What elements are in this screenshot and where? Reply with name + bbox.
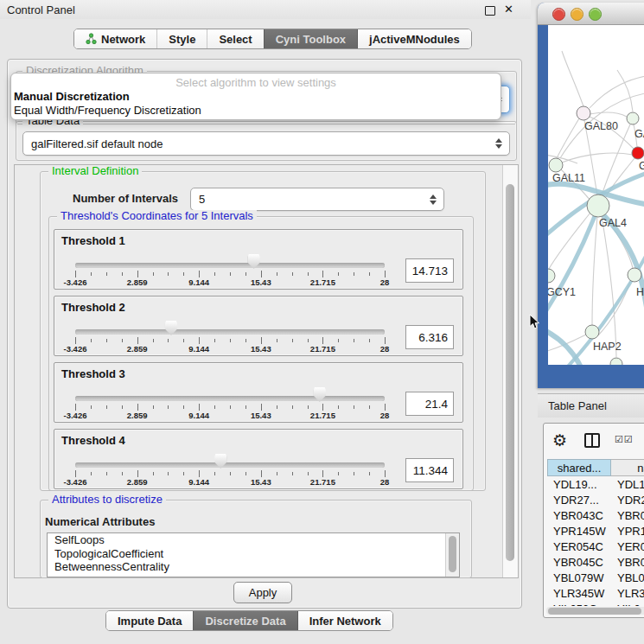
algorithm-option-equal-width[interactable]: Equal Width/Frequency Discretization xyxy=(11,104,501,118)
table-row[interactable]: YDR27...YDR2 xyxy=(547,492,644,507)
number-of-intervals-combobox[interactable]: 5 xyxy=(190,188,444,211)
network-edge[interactable] xyxy=(617,70,633,112)
slider-track[interactable] xyxy=(75,263,385,268)
tick-mark xyxy=(245,339,246,342)
tick-mark xyxy=(354,339,354,342)
tick-label: 9.144 xyxy=(179,477,219,487)
close-icon[interactable]: ✕ xyxy=(504,3,513,16)
vertical-scrollbar-thumb[interactable] xyxy=(506,184,514,561)
minimize-traffic-light-icon[interactable] xyxy=(571,8,583,21)
table-row[interactable]: YLR345WYLR3 xyxy=(547,585,644,601)
tab-jactivemnodules[interactable]: jActiveMNodules xyxy=(357,29,471,48)
tick-mark xyxy=(230,472,231,475)
slider-track[interactable] xyxy=(75,329,385,335)
table-row[interactable]: YDL19...YDL1 xyxy=(547,476,644,492)
vertical-scrollbar[interactable] xyxy=(502,165,518,577)
algorithm-option-manual[interactable]: Manual Discretization xyxy=(11,90,501,104)
gear-icon[interactable]: ⚙ xyxy=(552,430,567,450)
split-columns-icon[interactable] xyxy=(584,433,600,448)
table-cell: YDR2 xyxy=(611,492,644,507)
tab-cyni-toolbox[interactable]: Cyni Toolbox xyxy=(264,29,357,48)
table-cell: YIL0 xyxy=(611,601,644,606)
table-cell: YPR145W xyxy=(547,523,611,539)
close-traffic-light-icon[interactable] xyxy=(552,8,565,21)
network-node[interactable] xyxy=(628,268,641,282)
network-node[interactable] xyxy=(610,358,622,365)
tab-select[interactable]: Select xyxy=(207,29,263,48)
tick-mark xyxy=(369,472,370,475)
numerical-attributes-list[interactable]: SelfLoopsTopologicalCoefficientBetweenne… xyxy=(47,532,460,577)
table-row[interactable]: YBL079WYBL0 xyxy=(547,570,644,585)
apply-button[interactable]: Apply xyxy=(233,582,292,603)
tick-label: 15.43 xyxy=(241,277,281,287)
tick-label: 9.144 xyxy=(179,344,219,354)
table-header-row: shared... na xyxy=(547,459,644,476)
tab-style[interactable]: Style xyxy=(156,29,207,48)
network-node[interactable] xyxy=(585,325,599,339)
tab-discretize-data[interactable]: Discretize Data xyxy=(193,611,296,630)
tick-mark xyxy=(354,272,354,276)
network-edge[interactable] xyxy=(590,112,627,117)
tick-mark xyxy=(106,472,107,475)
tick-mark xyxy=(338,339,339,342)
checkboxes-icon[interactable]: ☑☑ xyxy=(615,434,634,445)
column-header-shared[interactable]: shared... xyxy=(547,459,611,476)
column-header-name[interactable]: na xyxy=(611,459,644,476)
network-node[interactable] xyxy=(587,194,609,217)
tick-mark xyxy=(292,339,293,342)
tick-mark xyxy=(308,272,309,276)
table-data-combobox[interactable]: galFiltered.sif default node xyxy=(22,131,510,156)
table-cell: YBL0 xyxy=(611,570,644,585)
network-edge[interactable] xyxy=(602,216,616,357)
node-label: GAL11 xyxy=(552,172,585,184)
table-row[interactable]: YBR045CYBR0 xyxy=(547,554,644,570)
threshold-value-field[interactable]: 6.316 xyxy=(405,325,454,349)
tab-network[interactable]: Network xyxy=(74,29,156,48)
network-edge[interactable] xyxy=(592,216,597,326)
table-row[interactable]: YBR043CYBR0 xyxy=(547,507,644,523)
threshold-value-field[interactable]: 21.4 xyxy=(405,392,454,416)
network-node[interactable] xyxy=(548,269,555,283)
network-node[interactable] xyxy=(632,147,644,159)
float-window-icon[interactable] xyxy=(485,6,495,16)
control-panel-tab-bar: Network Style Select Cyni Toolbox jActiv… xyxy=(73,29,472,49)
network-edge[interactable] xyxy=(557,118,579,158)
tab-infer-network[interactable]: Infer Network xyxy=(297,611,392,630)
slider-track[interactable] xyxy=(75,462,385,468)
table-row[interactable]: YER054CYER0 xyxy=(547,539,644,554)
horizontal-scrollbar[interactable] xyxy=(546,607,644,615)
network-node[interactable] xyxy=(627,112,639,124)
tick-mark xyxy=(168,339,169,342)
network-node[interactable] xyxy=(549,158,563,172)
list-scrollbar[interactable] xyxy=(445,533,459,577)
threshold-value-field[interactable]: 14.713 xyxy=(405,258,454,283)
zoom-traffic-light-icon[interactable] xyxy=(589,8,602,21)
table-cell: YER054C xyxy=(547,539,611,554)
tab-impute-data[interactable]: Impute Data xyxy=(106,611,193,630)
tick-mark xyxy=(199,337,200,344)
table-cell: YPR1 xyxy=(611,523,644,539)
network-node[interactable] xyxy=(577,106,590,120)
table-data-selected-value: galFiltered.sif default node xyxy=(23,137,494,150)
algorithm-dropdown-popup: Select algorithm to view settings Manual… xyxy=(10,73,501,120)
list-item[interactable]: BetweennessCentrality xyxy=(48,560,459,574)
network-edge[interactable] xyxy=(562,51,583,106)
tick-mark xyxy=(354,472,354,475)
slider-track[interactable] xyxy=(75,396,385,401)
table-panel: ⚙ ☑☑ shared... na YDL19...YDL1YDR27...YD… xyxy=(543,423,644,618)
tick-mark xyxy=(214,339,215,342)
horizontal-scrollbar-thumb[interactable] xyxy=(548,608,641,615)
list-scrollbar-thumb[interactable] xyxy=(449,536,456,572)
tick-mark xyxy=(137,337,138,344)
combo-arrows-icon xyxy=(429,194,437,205)
list-item[interactable]: TopologicalCoefficient xyxy=(48,547,459,561)
table-row[interactable]: YPR145WYPR1 xyxy=(547,523,644,539)
tick-label: -3.426 xyxy=(55,277,95,287)
combo-arrows-icon xyxy=(494,138,502,149)
table-row[interactable]: YIL053CYIL0 xyxy=(547,601,644,606)
list-item[interactable]: SelfLoops xyxy=(48,533,459,547)
tick-mark xyxy=(122,339,123,342)
network-canvas[interactable]: GAL80GAGGAL11GAL4GCY1HAHAP2 xyxy=(548,25,644,365)
threshold-value-field[interactable]: 11.344 xyxy=(405,458,454,482)
tick-mark xyxy=(369,339,370,342)
